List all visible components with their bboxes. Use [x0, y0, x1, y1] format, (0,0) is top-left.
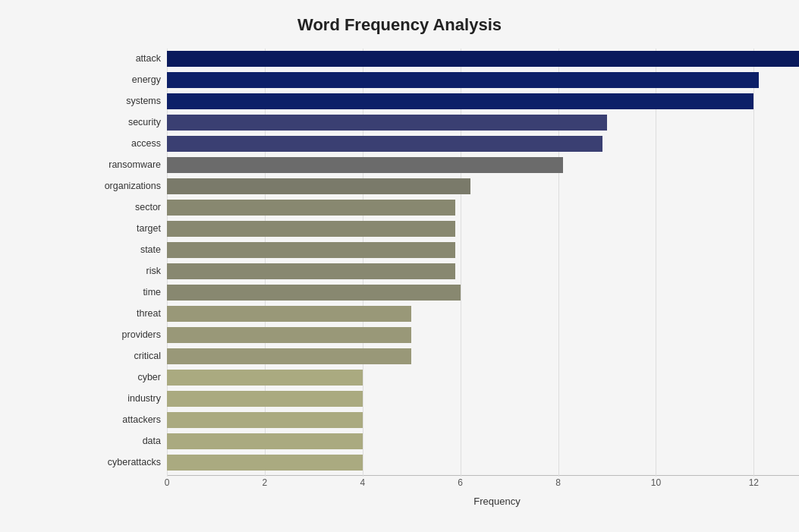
bar [167, 51, 799, 67]
bar [167, 327, 411, 343]
bar-label: security [96, 117, 161, 127]
bar-label: target [96, 223, 161, 234]
x-axis-line [167, 475, 799, 476]
x-tick-label: 6 [458, 477, 463, 488]
bar-label: providers [96, 329, 161, 340]
bar-row: threat [167, 304, 799, 323]
bar [167, 200, 455, 216]
bar-label: time [96, 287, 161, 297]
bar-label: data [96, 436, 161, 446]
bar-row: attack [167, 49, 799, 68]
x-tick-label: 0 [165, 477, 170, 488]
bar-label: access [96, 138, 161, 149]
bar-row: ransomware [167, 155, 799, 175]
bar-label: organizations [96, 181, 161, 191]
bar-label: sector [96, 202, 161, 212]
bar-label: cyberattacks [96, 457, 161, 467]
bar-label: cyber [96, 372, 161, 382]
bar-label: attackers [96, 414, 161, 425]
bar-row: cyberattacks [167, 452, 799, 472]
bar-label: energy [96, 74, 161, 85]
bar-row: risk [167, 261, 799, 281]
bar-row: systems [167, 91, 799, 111]
bar [167, 433, 363, 449]
bar [167, 157, 563, 173]
bar-row: data [167, 431, 799, 451]
bar-label: critical [96, 351, 161, 361]
x-tick-label: 8 [555, 477, 561, 488]
bar [167, 285, 461, 301]
bar [167, 115, 607, 131]
bar-row: attackers [167, 410, 799, 430]
x-tick-label: 12 [749, 477, 759, 488]
bar-row: critical [167, 346, 799, 366]
x-ticks: 024681012 [167, 477, 799, 493]
bar-row: access [167, 134, 799, 153]
bars-container: attackenergysystemssecurityaccessransomw… [167, 49, 799, 472]
bar-label: state [96, 244, 161, 255]
bar-label: risk [96, 266, 161, 276]
bar [167, 263, 455, 279]
bar-row: time [167, 282, 799, 302]
bar-row: energy [167, 70, 799, 90]
bar [167, 455, 363, 471]
bar [167, 391, 363, 407]
x-axis-label: Frequency [167, 496, 799, 507]
bar-row: providers [167, 325, 799, 345]
bar-row: industry [167, 389, 799, 408]
x-tick-label: 2 [263, 477, 268, 488]
bar-row: security [167, 112, 799, 132]
bar [167, 412, 363, 428]
chart-title: Word Frequency Analysis [30, 15, 769, 35]
bar-label: threat [96, 308, 161, 319]
bar-row: sector [167, 197, 799, 217]
x-tick-label: 10 [651, 477, 661, 488]
bar-row: organizations [167, 176, 799, 196]
bar [167, 72, 759, 88]
bar [167, 242, 455, 258]
bar-label: industry [96, 393, 161, 404]
bar-row: target [167, 219, 799, 238]
bar-label: systems [96, 96, 161, 106]
bar [167, 221, 455, 237]
bar [167, 93, 753, 109]
bar [167, 370, 363, 386]
x-tick-label: 4 [360, 477, 365, 488]
bar [167, 306, 411, 322]
chart-container: Word Frequency Analysis attackenergysyst… [0, 0, 799, 532]
bar [167, 136, 602, 152]
bar-label: ransomware [96, 159, 161, 170]
bar-row: state [167, 240, 799, 260]
bar-label: attack [96, 53, 161, 64]
bar [167, 348, 411, 364]
bar-row: cyber [167, 367, 799, 387]
bar [167, 178, 470, 194]
